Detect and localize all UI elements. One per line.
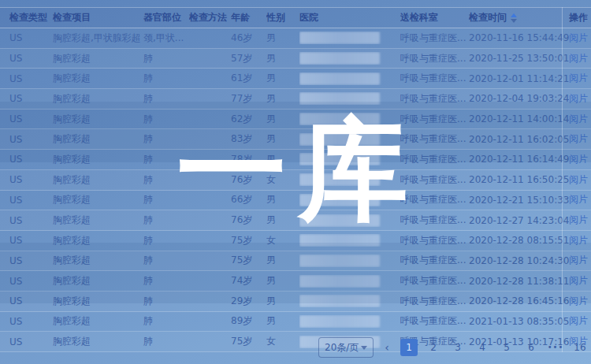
cell-text: 2020-12-04 19:03:24 [469, 93, 569, 104]
cell-time: 2020-12-21 15:10:33 [469, 195, 569, 206]
pager-item-1[interactable]: 1 [400, 339, 418, 356]
hospital-redacted-blob [299, 315, 380, 328]
cell-gender: 男 [266, 295, 299, 308]
cell-age: 29岁 [231, 295, 266, 308]
view-images-link[interactable]: 阅片 [569, 174, 588, 185]
cell-type: US [9, 255, 53, 266]
cell-text: 呼吸与重症医... [400, 72, 466, 84]
cell-time: 2020-12-11 16:50:25 [469, 174, 569, 185]
cell-text: 肺 [143, 275, 153, 286]
cell-text: US [9, 154, 22, 165]
cell-organ: 肺 [143, 214, 189, 227]
sort-ascending-icon [511, 13, 517, 17]
hospital-redacted-blob [299, 234, 380, 247]
cell-text: 胸腔彩超 [53, 254, 91, 266]
column-header-time[interactable]: 检查时间 [469, 11, 569, 24]
table-row[interactable]: US胸腔彩超肺76岁男呼吸与重症医...2020-12-27 14:23:04阅… [0, 210, 591, 231]
cell-gender: 女 [266, 173, 299, 187]
cell-action: 阅片 [569, 52, 591, 65]
pager-item-16[interactable]: 16 [571, 339, 589, 356]
cell-time: 2020-12-28 08:15:51 [469, 235, 569, 246]
cell-action: 阅片 [569, 274, 591, 288]
cell-text: 2020-12-11 16:14:49 [469, 154, 569, 165]
view-images-link[interactable]: 阅片 [569, 214, 588, 225]
cell-type: US [9, 215, 53, 226]
cell-age: 75岁 [231, 254, 266, 267]
pager-item-5[interactable]: 5 [498, 339, 515, 356]
cell-action: 阅片 [569, 314, 591, 328]
page-size-select[interactable]: 20条/页 [318, 337, 374, 358]
view-images-link[interactable]: 阅片 [569, 133, 588, 144]
column-header-label: 医院 [299, 11, 318, 24]
cell-item: 胸腔彩超 [53, 234, 143, 247]
pagination-bar: 20条/页 ‹ 123456•••16 [318, 337, 589, 358]
view-images-link[interactable]: 阅片 [569, 315, 588, 326]
cell-text: 74岁 [231, 275, 252, 286]
cell-text: 2020-12-27 14:23:04 [469, 215, 569, 226]
pager-item-3[interactable]: 3 [449, 339, 466, 356]
column-header-label: 送检科室 [400, 11, 438, 24]
cell-text: 2020-12-11 14:00:14 [469, 113, 569, 124]
cell-type: US [9, 295, 53, 306]
view-images-link[interactable]: 阅片 [569, 32, 588, 43]
cell-text: 46岁 [231, 32, 252, 43]
cell-organ: 肺 [143, 295, 189, 308]
table-row[interactable]: US胸腔彩超肺75岁女呼吸与重症医...2020-12-28 08:15:51阅… [0, 231, 591, 251]
cell-text: US [9, 295, 22, 306]
cell-action: 阅片 [569, 72, 591, 85]
view-images-link[interactable]: 阅片 [569, 113, 588, 124]
pager-item-4[interactable]: 4 [474, 339, 491, 356]
view-images-link[interactable]: 阅片 [569, 72, 588, 84]
cell-text: US [9, 195, 22, 206]
pager-item-2[interactable]: 2 [425, 339, 442, 356]
cell-age: 76岁 [231, 173, 266, 187]
cell-text: 肺 [143, 235, 153, 246]
table-row[interactable]: US胸腔彩超肺61岁男呼吸与重症医...2020-12-01 11:14:21阅… [0, 69, 591, 89]
pager-item-6[interactable]: 6 [522, 339, 540, 356]
cell-text: 胸腔彩超 [53, 235, 91, 246]
table-row[interactable]: US胸腔彩超肺76岁女呼吸与重症医...2020-12-11 16:50:25阅… [0, 170, 591, 191]
view-images-link[interactable]: 阅片 [569, 93, 588, 104]
prev-page-button[interactable]: ‹ [381, 341, 393, 354]
table-row[interactable]: US胸腔彩超肺66岁男呼吸与重症医...2020-12-21 15:10:33阅… [0, 191, 591, 211]
table-row[interactable]: US胸腔彩超肺29岁男呼吸与重症医...2020-12-28 16:45:16阅… [0, 292, 591, 312]
cell-text: 62岁 [231, 113, 252, 124]
view-images-link[interactable]: 阅片 [569, 295, 588, 306]
cell-text: 肺 [143, 174, 153, 185]
cell-text: 肺 [143, 93, 153, 104]
cell-dept: 呼吸与重症医... [400, 153, 469, 166]
cell-type: US [9, 32, 53, 43]
cell-text: 肺 [143, 295, 153, 306]
table-body: US胸腔彩超,甲状腺彩超颈,甲状...46岁男呼吸与重症医...2020-11-… [0, 28, 591, 352]
cell-organ: 肺 [143, 234, 189, 247]
pager-ellipsis[interactable]: ••• [547, 339, 564, 356]
cell-text: 2020-12-28 08:15:51 [469, 235, 569, 246]
cell-text: US [9, 32, 22, 43]
cell-organ: 肺 [143, 132, 189, 146]
view-images-link[interactable]: 阅片 [569, 53, 588, 64]
table-row[interactable]: US胸腔彩超肺74岁男呼吸与重症医...2020-12-28 11:38:11阅… [0, 271, 591, 292]
cell-text: 男 [266, 315, 276, 326]
cell-gender: 男 [266, 72, 299, 85]
table-row[interactable]: US胸腔彩超肺78岁男呼吸与重症医...2020-12-11 16:14:49阅… [0, 150, 591, 170]
table-row[interactable]: US胸腔彩超,甲状腺彩超颈,甲状...46岁男呼吸与重症医...2020-11-… [0, 28, 591, 49]
table-row[interactable]: US胸腔彩超肺62岁男呼吸与重症医...2020-12-11 14:00:14阅… [0, 110, 591, 130]
table-row[interactable]: US胸腔彩超肺83岁男呼吸与重症医...2020-12-11 16:02:05阅… [0, 129, 591, 150]
sort-carets-icon[interactable] [511, 13, 517, 23]
cell-text: 呼吸与重症医... [400, 235, 466, 246]
cell-dept: 呼吸与重症医... [400, 314, 469, 328]
column-header-organ: 器官部位 [143, 11, 189, 24]
view-images-link[interactable]: 阅片 [569, 194, 588, 205]
table-row[interactable]: US胸腔彩超肺75岁男呼吸与重症医...2020-12-28 10:24:30阅… [0, 251, 591, 272]
cell-text: 57岁 [231, 53, 252, 64]
cell-item: 胸腔彩超 [53, 52, 143, 65]
cell-text: 肺 [143, 336, 153, 347]
view-images-link[interactable]: 阅片 [569, 275, 588, 286]
table-row[interactable]: US胸腔彩超肺57岁男呼吸与重症医...2020-11-25 13:50:01阅… [0, 49, 591, 69]
view-images-link[interactable]: 阅片 [569, 154, 588, 165]
table-row[interactable]: US胸腔彩超肺77岁男呼吸与重症医...2020-12-04 19:03:24阅… [0, 89, 591, 110]
table-row[interactable]: US胸腔彩超肺89岁男呼吸与重症医...2021-01-13 08:35:05阅… [0, 312, 591, 332]
view-images-link[interactable]: 阅片 [569, 235, 588, 246]
cell-type: US [9, 195, 53, 206]
view-images-link[interactable]: 阅片 [569, 254, 588, 266]
